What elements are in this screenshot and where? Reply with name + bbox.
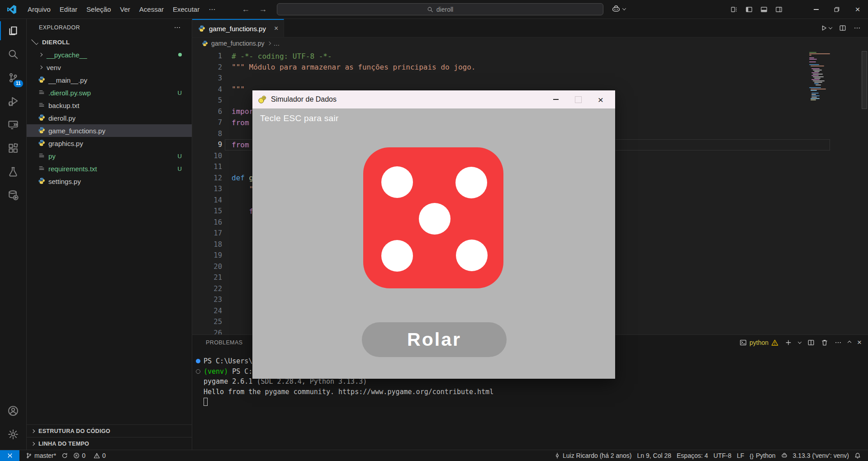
editor-scrollbar[interactable] [862,51,867,109]
toggle-secondary-sidebar-icon[interactable] [775,6,783,13]
run-python-file-button[interactable] [820,24,832,32]
roll-button[interactable]: Rolar [362,322,507,357]
nav-forward-arrow[interactable]: → [259,5,267,14]
sidebar-section-estrutura-do-co-digo[interactable]: ESTRUTURA DO CÓDIGO [27,424,192,437]
status-notifications[interactable] [852,450,863,461]
pygame-maximize-button[interactable] [575,96,582,103]
remote-indicator[interactable] [0,450,19,461]
split-terminal-icon[interactable] [807,339,815,346]
command-decoration-icon[interactable] [196,359,200,363]
menu-arquivo[interactable]: Arquivo [23,3,55,16]
tab-game-functions[interactable]: game_functions.py × [192,19,284,37]
maximize-panel-icon[interactable] [848,340,851,344]
terminal-dropdown-chevron-icon[interactable] [798,340,802,343]
line-number: 19 [192,251,222,259]
die-pip [455,167,487,198]
menu-editar[interactable]: Editar [55,3,82,16]
file-item-game_functions.py[interactable]: game_functions.py [27,124,192,137]
file-item-.dieroll.py.swp[interactable]: .dieroll.py.swpU [27,86,192,99]
status-sync[interactable] [59,450,71,461]
run-icon [820,24,827,32]
warning-icon [771,339,778,346]
status-python-interpreter[interactable]: 3.13.3 ('venv': venv) [790,450,852,461]
menu-overflow[interactable]: ⋯ [204,3,220,16]
customize-layout-icon[interactable] [730,6,738,13]
terminal-instance-label[interactable]: python [740,339,778,346]
line-number: 12 [192,174,222,182]
file-item-py[interactable]: pyU [27,150,192,162]
file-item-requirements.txt[interactable]: requirements.txtU [27,162,192,175]
panel-tab-problemas[interactable]: PROBLEMAS [206,339,242,346]
menu-selecao[interactable]: Seleção [82,3,115,16]
window-close-button[interactable]: × [847,0,868,19]
activity-account[interactable] [0,399,27,423]
vscode-window: ArquivoEditarSeleçãoVerAcessarExecutar⋯ … [0,0,868,461]
menu-acessar[interactable]: Acessar [135,3,168,16]
status-copilot-status[interactable] [778,450,790,461]
search-icon [8,49,19,60]
activity-run-debug[interactable] [0,89,27,113]
code-line-1[interactable]: 1# -*- coding: UTF-8 -*- [192,51,868,62]
command-decoration-icon[interactable] [196,369,200,374]
activity-explorer[interactable] [0,19,27,42]
status-cursor-position[interactable]: Ln 9, Col 28 [635,450,674,461]
window-restore-button[interactable] [826,0,847,19]
status-blame-info[interactable]: Luiz Ricardo (há 2 anos) [551,450,635,461]
code-line-2[interactable]: 2""" Módulo para armazenar as funções pr… [192,62,868,73]
line-number: 22 [192,285,222,293]
status-problems[interactable]: 00 [71,450,109,461]
panel-more-actions-icon[interactable] [835,339,842,346]
branch-icon [26,452,32,459]
tab-close-icon[interactable]: × [274,24,278,33]
file-item-settings.py[interactable]: settings.py [27,175,192,188]
command-center-search[interactable]: dieroll [277,3,603,15]
split-editor-icon[interactable] [839,24,846,32]
status-language-mode[interactable]: {}Python [747,450,778,461]
activity-remote-explorer[interactable] [0,113,27,136]
window-minimize-button[interactable] [806,0,826,19]
activity-search[interactable] [0,42,27,66]
breadcrumb-symbol[interactable]: … [274,40,280,47]
breadcrumb[interactable]: game_functions.py … [192,38,868,49]
pygame-minimize-button[interactable] [553,99,559,100]
activity-extensions[interactable] [0,136,27,160]
editor-tab-bar: game_functions.py × [192,19,868,38]
file-item-__pycache__[interactable]: __pycache__ [27,48,192,61]
tree-root-dieroll[interactable]: DIEROLL [27,36,192,48]
status-indentation[interactable]: Espaços: 4 [674,450,711,461]
status-encoding[interactable]: UTF-8 [711,450,734,461]
file-item-graphics.py[interactable]: graphics.py [27,137,192,150]
toggle-panel-icon[interactable] [760,6,768,13]
status-eol[interactable]: LF [734,450,747,461]
file-item-dieroll.py[interactable]: dieroll.py [27,112,192,124]
kill-terminal-icon[interactable] [821,339,828,346]
activity-source-control[interactable]: 11 [0,66,27,89]
file-item-backup.txt[interactable]: backup.txt [27,99,192,112]
new-terminal-icon[interactable] [785,339,792,346]
file-item-__main__.py[interactable]: __main__.py [27,74,192,86]
line-number: 13 [192,185,222,193]
code-line-3[interactable]: 3 [192,73,868,84]
pygame-client-area: Tecle ESC para sair Rolar [252,108,615,379]
pygame-close-button[interactable]: × [598,95,603,104]
file-item-venv[interactable]: venv [27,61,192,74]
close-panel-icon[interactable]: × [857,338,862,347]
breadcrumb-file[interactable]: game_functions.py [211,40,265,47]
chevron-right-icon [39,53,43,56]
sidebar-section-linha-do-tempo[interactable]: LINHA DO TEMPO [27,437,192,450]
toggle-primary-sidebar-icon[interactable] [745,6,753,13]
copilot-menu[interactable] [612,5,626,14]
editor-more-actions-icon[interactable] [854,24,861,32]
nav-back-arrow[interactable]: ← [242,5,250,14]
line-number: 24 [192,307,222,315]
status-git-branch[interactable]: master* [23,450,59,461]
pygame-title-bar[interactable]: Simulador de Dados × [252,90,615,108]
minimap[interactable] [809,52,838,101]
menu-executar[interactable]: Executar [168,3,204,16]
activity-testing[interactable] [0,160,27,183]
activity-settings[interactable] [0,423,27,446]
activity-database[interactable] [0,183,27,207]
menu-ver[interactable]: Ver [115,3,135,16]
explorer-more-actions-icon[interactable] [174,24,181,31]
run-dropdown-chevron-icon[interactable] [829,25,832,29]
